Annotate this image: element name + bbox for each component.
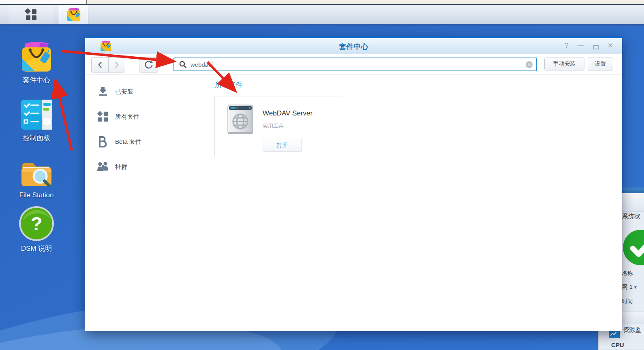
beta-icon — [98, 135, 108, 148]
section-title: 所有套件 — [215, 80, 242, 90]
file-station-icon — [19, 157, 54, 189]
titlebar: 套件中心 ? — ✕ — [85, 38, 622, 54]
webdav-server-icon — [227, 104, 254, 135]
toolbar: webdav ✕ 手动安装 设置 — [85, 54, 622, 75]
help-icon[interactable]: ? — [565, 41, 568, 51]
sidebar-item-community[interactable]: 社群 — [85, 154, 205, 179]
open-package-button[interactable]: 打开 — [263, 139, 302, 152]
package-list: 所有套件 — [205, 75, 622, 331]
close-icon[interactable]: ✕ — [608, 41, 613, 51]
sidebar-item-label: 所有套件 — [115, 113, 139, 121]
lan-dropdown[interactable]: 网 1▾ — [622, 284, 637, 291]
sidebar-item-beta-packages[interactable]: Beta 套件 — [85, 129, 205, 154]
desktop-icon-label: File Station — [8, 191, 65, 199]
top-strip-right — [86, 0, 644, 4]
desktop-icon-dsm-help[interactable]: ? DSM 说明 — [8, 209, 65, 253]
desktop-icon-label: 套件中心 — [8, 75, 65, 85]
control-panel-icon — [20, 98, 53, 131]
taskbar-package-center-task[interactable] — [59, 5, 88, 24]
package-center-icon — [66, 7, 81, 22]
text-cursor — [212, 61, 212, 68]
window-title: 套件中心 — [85, 42, 622, 51]
sidebar-item-label: 已安装 — [115, 88, 133, 96]
desktop-icon-file-station[interactable]: File Station — [8, 156, 65, 199]
desktop: 系统状 名称 网 1▾ 时间 资源监 CPU — [0, 0, 644, 350]
manual-install-button[interactable]: 手动安装 — [544, 58, 584, 70]
community-icon — [97, 161, 109, 173]
sidebar-item-label: 社群 — [115, 163, 127, 171]
cpu-label: CPU — [611, 341, 624, 348]
package-center-icon — [19, 41, 54, 73]
desktop-icon-package-center[interactable]: 套件中心 — [8, 41, 65, 85]
desktop-icon-label: DSM 说明 — [8, 244, 65, 253]
chevron-left-icon — [98, 61, 103, 68]
sidebar-item-installed[interactable]: 已安装 — [85, 79, 205, 104]
search-input[interactable]: webdav ✕ — [173, 58, 537, 71]
sidebar-item-label: Beta 套件 — [115, 138, 141, 146]
forward-button[interactable] — [108, 58, 125, 72]
resource-monitor-title: 资源监 — [623, 326, 641, 334]
search-value: webdav — [190, 61, 212, 68]
package-center-window: 套件中心 ? — ✕ — [85, 36, 622, 331]
system-health-title: 系统状 — [622, 213, 640, 220]
all-packages-icon — [97, 111, 109, 122]
desktop-icon-control-panel[interactable]: 控制面板 — [8, 98, 65, 143]
package-category: 实用工具 — [263, 122, 284, 130]
package-card-webdav-server[interactable]: WebDAV Server 实用工具 打开 — [214, 96, 341, 157]
grid-menu-icon — [25, 9, 37, 21]
sidebar: 已安装 所有套件 — [85, 75, 205, 331]
desktop-icon-label: 控制面板 — [8, 133, 65, 143]
sidebar-item-all-packages[interactable]: 所有套件 — [85, 104, 205, 129]
installed-icon — [97, 86, 109, 97]
resource-monitor-icon — [609, 330, 620, 338]
maximize-icon[interactable] — [593, 45, 599, 49]
minimize-icon[interactable]: — — [578, 41, 584, 51]
package-name: WebDAV Server — [263, 109, 312, 117]
field-time-label: 时间 — [622, 298, 633, 305]
search-icon — [179, 61, 186, 68]
dropdown-caret-icon: ▾ — [634, 284, 637, 290]
taskbar — [0, 4, 644, 26]
refresh-icon — [144, 60, 153, 69]
chevron-right-icon — [114, 61, 119, 68]
svg-text:?: ? — [31, 213, 43, 234]
refresh-button[interactable] — [139, 57, 158, 73]
settings-button[interactable]: 设置 — [588, 58, 613, 70]
dsm-help-icon: ? — [19, 206, 54, 241]
field-name-label: 名称 — [622, 270, 633, 277]
clear-search-icon[interactable]: ✕ — [526, 61, 533, 68]
main-menu-button[interactable] — [9, 5, 53, 24]
green-check-icon — [623, 230, 644, 265]
back-button[interactable] — [92, 58, 108, 72]
